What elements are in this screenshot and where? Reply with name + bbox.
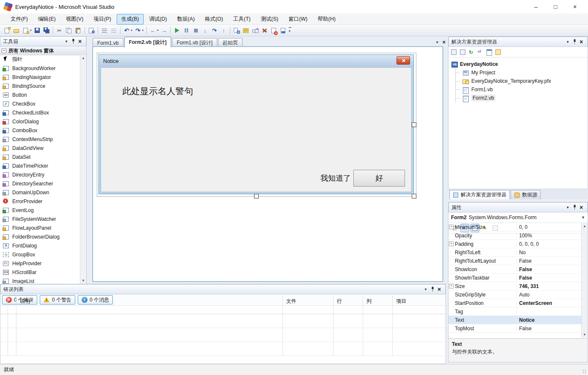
toolbox-item[interactable]: DataGridView bbox=[0, 144, 80, 152]
toolbox-item[interactable]: ComboBox bbox=[0, 126, 80, 135]
toolbar-button[interactable]: ▾ bbox=[191, 26, 200, 35]
toolbar-button[interactable]: ▾ bbox=[241, 26, 251, 35]
window-position-icon[interactable] bbox=[63, 38, 70, 45]
pin-icon[interactable] bbox=[571, 38, 578, 45]
error-column-header[interactable] bbox=[0, 295, 8, 314]
refresh-icon[interactable] bbox=[468, 49, 475, 55]
toolbox-item[interactable]: Button bbox=[0, 90, 80, 99]
toolbar-button[interactable]: ▾ bbox=[146, 27, 147, 34]
toolbox-item[interactable]: CheckBox bbox=[0, 99, 80, 108]
property-value[interactable]: 746, 331 bbox=[517, 283, 581, 289]
menu-item[interactable]: 数据(A) bbox=[172, 14, 200, 24]
close-icon[interactable]: × bbox=[436, 286, 443, 293]
close-icon[interactable]: × bbox=[578, 38, 585, 45]
toolbar-button[interactable]: ▾ bbox=[64, 26, 74, 35]
toolbox-item[interactable]: ErrorProvider bbox=[0, 197, 80, 206]
menu-item[interactable]: 编辑(E) bbox=[33, 14, 60, 24]
resize-handle-corner[interactable] bbox=[412, 194, 416, 198]
dropdown-arrow-icon[interactable]: ▾ bbox=[157, 29, 159, 32]
scroll-up-icon[interactable]: ▲ bbox=[583, 223, 586, 229]
expand-icon[interactable]: + bbox=[449, 284, 454, 288]
form-designer-surface[interactable]: Notice 此处显示名人警句 我知道了 好 bbox=[93, 46, 443, 282]
toolbox-item[interactable]: FlowLayoutPanel bbox=[0, 223, 80, 232]
toolbar-button[interactable]: ▾ bbox=[87, 26, 96, 35]
toolbox-item[interactable]: BindingNavigator bbox=[0, 73, 80, 82]
scroll-up-icon[interactable]: ▲ bbox=[82, 55, 85, 61]
toolbar-button[interactable]: ▾ bbox=[53, 27, 53, 34]
toolbar-button[interactable]: ▾ bbox=[21, 26, 33, 35]
document-tab[interactable]: Form2.vb [设计] bbox=[124, 37, 171, 47]
property-row[interactable]: Tag bbox=[449, 307, 581, 316]
toolbox-item[interactable]: 指针 bbox=[0, 55, 80, 64]
toolbar-button[interactable]: ▾ bbox=[148, 26, 160, 35]
property-row[interactable]: RightToLeft No bbox=[449, 248, 581, 257]
toolbox-item[interactable]: ColorDialog bbox=[0, 117, 80, 126]
resize-handle-right[interactable] bbox=[412, 122, 416, 127]
toolbox-item[interactable]: BackgroundWorker bbox=[0, 64, 80, 73]
scroll-down-icon[interactable]: ▼ bbox=[82, 277, 85, 284]
ok-button[interactable]: 好 bbox=[353, 170, 405, 187]
view-class-diagram-icon[interactable] bbox=[495, 49, 502, 55]
property-value[interactable]: False bbox=[517, 258, 581, 264]
toolbar-button[interactable]: ▾ bbox=[210, 26, 219, 35]
dock-tab[interactable]: 数据源 bbox=[511, 190, 541, 199]
property-value[interactable]: 0, 0, 0, 0 bbox=[517, 241, 581, 247]
menu-item[interactable]: 帮助(H) bbox=[313, 14, 340, 24]
property-value[interactable]: No bbox=[517, 250, 581, 255]
toolbox-item[interactable]: FileSystemWatcher bbox=[0, 215, 80, 223]
pin-icon[interactable] bbox=[429, 286, 436, 293]
toolbox-item[interactable]: DirectorySearcher bbox=[0, 179, 80, 188]
toolbar-button[interactable]: ▾ bbox=[122, 26, 134, 35]
pin-icon[interactable] bbox=[571, 204, 578, 211]
minimize-button[interactable]: – bbox=[526, 0, 546, 14]
property-row[interactable]: + MinimumSize 0, 0 bbox=[449, 223, 581, 231]
object-selector[interactable]: Form2 System.Windows.Forms.Form ▼ bbox=[449, 212, 588, 223]
expand-icon[interactable] bbox=[449, 318, 454, 322]
toolbar-button[interactable]: ▾ bbox=[170, 27, 171, 34]
property-row[interactable]: TopMost False bbox=[449, 324, 581, 333]
toolbox-item[interactable]: ContextMenuStrip bbox=[0, 135, 80, 144]
maximize-button[interactable]: □ bbox=[546, 0, 565, 14]
toolbox-item[interactable]: ImageList bbox=[0, 277, 80, 284]
close-icon[interactable]: × bbox=[578, 204, 585, 211]
toolbar-button[interactable]: ▾ bbox=[85, 27, 85, 34]
error-column-header[interactable]: 项目 bbox=[393, 295, 446, 314]
resize-grip-icon[interactable] bbox=[583, 370, 587, 374]
toolbar-button[interactable]: ▾ bbox=[12, 26, 21, 35]
menu-item[interactable]: 项目(P) bbox=[89, 14, 116, 24]
resize-handle-bottom[interactable] bbox=[254, 194, 259, 198]
form-close-button[interactable] bbox=[397, 56, 410, 65]
property-row[interactable]: Text Notice bbox=[449, 316, 581, 324]
view-designer-icon[interactable] bbox=[486, 49, 493, 55]
menu-item[interactable]: 调试(D) bbox=[145, 14, 172, 24]
toolbar-button[interactable]: ▾ bbox=[159, 26, 169, 35]
toolbox-item[interactable]: DirectoryEntry bbox=[0, 170, 80, 179]
toolbar-button[interactable]: ▾ bbox=[3, 26, 12, 35]
toolbar-button[interactable]: ▾ bbox=[230, 27, 230, 34]
toolbox-item[interactable]: HScrollBar bbox=[0, 268, 80, 277]
document-tab[interactable]: 起始页 bbox=[218, 38, 243, 47]
property-row[interactable]: SizeGripStyle Auto bbox=[449, 291, 581, 299]
toolbar-button[interactable]: ▾ bbox=[260, 26, 269, 35]
toolbox-item[interactable]: FontDialog bbox=[0, 241, 80, 250]
quote-label[interactable]: 此处显示名人警句 bbox=[122, 85, 193, 97]
expand-icon[interactable]: + bbox=[449, 242, 454, 246]
collapse-icon[interactable]: − bbox=[2, 49, 6, 53]
property-value[interactable]: 100% bbox=[517, 233, 581, 239]
menu-item[interactable]: 窗口(W) bbox=[284, 14, 312, 24]
scroll-down-icon[interactable]: ▼ bbox=[583, 332, 586, 338]
close-document-icon[interactable]: × bbox=[442, 39, 446, 45]
property-row[interactable]: + Padding 0, 0, 0, 0 bbox=[449, 240, 581, 248]
toolbox-item[interactable]: BindingSource bbox=[0, 82, 80, 90]
toolbox-item[interactable]: DomainUpDown bbox=[0, 188, 80, 197]
toolbar-button[interactable]: ▾ bbox=[74, 26, 83, 35]
property-value[interactable]: CenterScreen bbox=[517, 300, 581, 306]
dropdown-arrow-icon[interactable]: ▾ bbox=[131, 29, 133, 32]
property-value[interactable]: False bbox=[517, 326, 581, 332]
error-column-header[interactable]: 文件 bbox=[283, 295, 334, 314]
toolbar-button[interactable]: ▾ bbox=[120, 27, 120, 34]
menu-item[interactable]: 视图(V) bbox=[61, 14, 88, 24]
toolbar-button[interactable]: ▾ bbox=[251, 26, 260, 35]
error-column-header[interactable] bbox=[8, 295, 16, 314]
toolbar-button[interactable]: ▾ bbox=[33, 26, 42, 35]
